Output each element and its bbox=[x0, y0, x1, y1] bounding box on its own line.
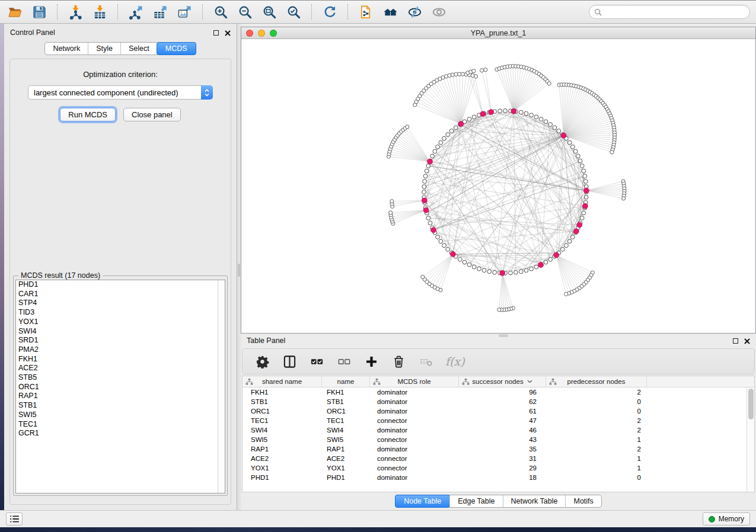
cell-mcds-role: connector bbox=[370, 455, 459, 462]
table-panel-close-icon[interactable] bbox=[744, 338, 750, 344]
network-canvas[interactable] bbox=[241, 39, 755, 333]
close-panel-button[interactable]: Close panel bbox=[123, 108, 181, 121]
table-scrollbar[interactable] bbox=[747, 387, 754, 492]
column-header-shared-name[interactable]: shared name bbox=[243, 376, 322, 387]
mcds-result-item[interactable]: STP4 bbox=[16, 299, 225, 308]
mcds-result-item[interactable]: ACE2 bbox=[16, 364, 225, 373]
table-row[interactable]: ORC1ORC1dominator610 bbox=[243, 406, 754, 416]
cell-successor-nodes: 43 bbox=[459, 436, 546, 443]
select-all-columns-button[interactable] bbox=[309, 354, 324, 369]
mcds-result-item[interactable]: PMA2 bbox=[16, 345, 225, 355]
column-type-icon bbox=[373, 379, 381, 385]
column-header-MCDS-role[interactable]: MCDS role bbox=[370, 376, 459, 387]
mcds-result-item[interactable]: SWI4 bbox=[16, 327, 225, 336]
cell-shared-name: YOX1 bbox=[243, 464, 322, 472]
cell-successor-nodes: 62 bbox=[459, 398, 546, 405]
table-settings-button[interactable] bbox=[254, 354, 270, 369]
export-image-button[interactable] bbox=[176, 3, 193, 21]
horizontal-splitter-handle[interactable] bbox=[499, 334, 508, 337]
table-row[interactable]: ACE2ACE2connector311 bbox=[243, 454, 754, 463]
table-row[interactable]: SWI5SWI5connector431 bbox=[243, 435, 754, 444]
mcds-result-item[interactable]: FKH1 bbox=[16, 355, 225, 364]
open-file-button[interactable] bbox=[6, 3, 24, 21]
create-column-button[interactable] bbox=[363, 354, 379, 369]
table-row[interactable]: STB1STB1dominator620 bbox=[243, 397, 754, 406]
share-document-button[interactable] bbox=[357, 3, 375, 21]
export-network-button[interactable] bbox=[127, 3, 145, 21]
column-header-successor-nodes[interactable]: successor nodes bbox=[459, 376, 546, 387]
cell-shared-name: PHD1 bbox=[243, 474, 322, 481]
delete-column-button[interactable] bbox=[391, 354, 406, 369]
toolbar-separator bbox=[57, 4, 58, 20]
cell-successor-nodes: 29 bbox=[459, 464, 546, 472]
splitter-handle[interactable] bbox=[238, 264, 240, 277]
table-row[interactable]: YOX1YOX1connector291 bbox=[243, 463, 754, 473]
mcds-result-item[interactable]: TEC1 bbox=[16, 420, 225, 430]
mcds-result-item[interactable]: SRD1 bbox=[16, 336, 225, 345]
cell-shared-name: STB1 bbox=[243, 398, 322, 405]
show-columns-button[interactable] bbox=[282, 354, 297, 369]
zoom-selected-button[interactable] bbox=[285, 3, 302, 21]
mcds-result-item[interactable]: TID3 bbox=[16, 308, 225, 318]
cell-successor-nodes: 31 bbox=[459, 455, 546, 462]
memory-label: Memory bbox=[719, 515, 744, 523]
control-panel-close-icon[interactable] bbox=[225, 30, 231, 36]
network-window-titlebar[interactable]: YPA_prune.txt_1 bbox=[241, 27, 755, 39]
mcds-result-item[interactable]: YOX1 bbox=[16, 318, 225, 327]
mcds-result-item[interactable]: CAR1 bbox=[16, 290, 225, 299]
column-header-predecessor-nodes[interactable]: predecessor nodes bbox=[546, 376, 647, 387]
table-scrollbar-thumb[interactable] bbox=[748, 389, 754, 419]
column-header-name[interactable]: name bbox=[322, 376, 370, 387]
search-input[interactable] bbox=[605, 8, 745, 16]
tab-network[interactable]: Network bbox=[45, 43, 88, 55]
task-list-icon bbox=[9, 515, 20, 523]
memory-button[interactable]: Memory bbox=[703, 512, 750, 525]
cell-name: PHD1 bbox=[322, 474, 370, 481]
mcds-result-item[interactable]: ORC1 bbox=[16, 383, 225, 392]
tab-select[interactable]: Select bbox=[120, 43, 157, 55]
table-row[interactable]: FKH1FKH1dominator962 bbox=[243, 387, 754, 397]
mcds-result-item[interactable]: RAP1 bbox=[16, 392, 225, 401]
unselect-all-columns-button[interactable] bbox=[336, 354, 352, 369]
cell-successor-nodes: 18 bbox=[459, 474, 546, 481]
zoom-fit-icon bbox=[262, 5, 277, 20]
import-network-button[interactable] bbox=[66, 3, 84, 21]
export-table-button[interactable] bbox=[151, 3, 169, 21]
status-bar: Memory bbox=[0, 510, 756, 527]
memory-status-icon bbox=[709, 516, 715, 523]
float-panel-icon[interactable] bbox=[213, 30, 219, 36]
mcds-result-item[interactable]: STB1 bbox=[16, 401, 225, 411]
task-history-button[interactable] bbox=[6, 512, 23, 525]
tab-edge-table[interactable]: Edge Table bbox=[449, 495, 502, 507]
tab-node-table[interactable]: Node Table bbox=[395, 495, 450, 508]
table-row[interactable]: RAP1RAP1dominator352 bbox=[243, 444, 754, 454]
run-mcds-button[interactable]: Run MCDS bbox=[60, 108, 116, 121]
tab-motifs[interactable]: Motifs bbox=[565, 495, 601, 507]
criterion-select[interactable]: largest connected component (undirected) bbox=[28, 85, 213, 100]
refresh-icon bbox=[323, 5, 337, 20]
import-table-button[interactable] bbox=[91, 3, 109, 21]
home-networks-button[interactable] bbox=[381, 3, 399, 21]
mcds-result-item[interactable]: STB5 bbox=[16, 373, 225, 383]
column-type-icon bbox=[245, 379, 253, 385]
zoom-in-button[interactable] bbox=[212, 3, 229, 21]
table-row[interactable]: TEC1TEC1connector472 bbox=[243, 416, 754, 425]
toolbar-separator bbox=[202, 4, 203, 20]
float-table-panel-icon[interactable] bbox=[733, 338, 738, 344]
zoom-out-button[interactable] bbox=[236, 3, 254, 21]
tab-network-table[interactable]: Network Table bbox=[503, 495, 566, 507]
tab-mcds[interactable]: MCDS bbox=[157, 42, 196, 55]
tab-style[interactable]: Style bbox=[88, 43, 120, 55]
table-row[interactable]: SWI4SWI4dominator462 bbox=[243, 425, 754, 435]
cell-mcds-role: dominator bbox=[370, 474, 459, 481]
table-row[interactable]: PHD1PHD1dominator180 bbox=[243, 473, 754, 482]
zoom-fit-button[interactable] bbox=[260, 3, 278, 21]
mcds-result-item[interactable]: GCR1 bbox=[16, 429, 225, 438]
refresh-button[interactable] bbox=[321, 3, 339, 21]
mcds-result-item[interactable]: PHD1 bbox=[16, 280, 225, 290]
result-list-scrollbar[interactable] bbox=[218, 280, 225, 493]
hide-details-button[interactable] bbox=[406, 3, 423, 21]
save-session-button[interactable] bbox=[30, 3, 48, 21]
mcds-result-item[interactable]: SWI5 bbox=[16, 411, 225, 420]
cell-name: SWI5 bbox=[322, 436, 370, 443]
